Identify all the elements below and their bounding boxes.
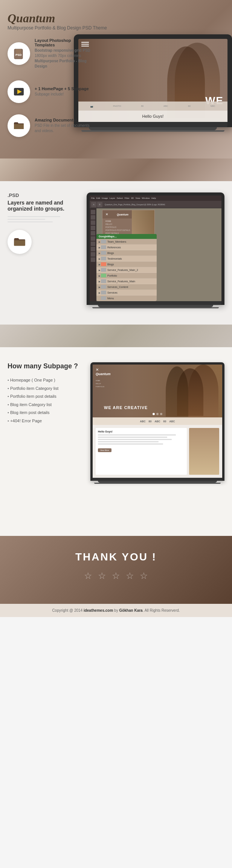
layer-name-3: Blogs xyxy=(107,252,114,254)
layer-services: ▶ Services xyxy=(96,290,157,295)
feature-item-3: Amazing Documents! PSD File in the set o… xyxy=(8,114,90,137)
mini-laptop-outer: ✕ Quantum HOME HELLO! PORTFOLIO xyxy=(90,362,224,481)
ps-layers-panel: GoogleMaps... ▶ Team_Members ▶ xyxy=(96,234,157,301)
mini-nav-hello: HELLO! xyxy=(96,383,104,385)
subpage-left: How many Subpage ? Homepage ( One Page )… xyxy=(8,362,83,484)
dot-2 xyxy=(156,413,159,415)
ps-menu-filter: Filter xyxy=(124,197,129,199)
mini-laptop-screen: ✕ Quantum HOME HELLO! PORTFOLIO xyxy=(93,365,222,478)
layer-testimonials: ▶ Testimonials xyxy=(96,256,157,262)
hello-guys-text: Hello Guys! xyxy=(142,114,164,119)
psd-icon-circle: PSD xyxy=(8,42,30,65)
laptop-base-2 xyxy=(90,301,221,305)
mini-content-right xyxy=(189,428,219,475)
layer-name-2: References xyxy=(107,246,121,249)
layer-service-main2: ▶ Service_Features_Main_2 xyxy=(96,267,157,273)
footer-text: Copyright @ 2014 ideathemes.com by Gökha… xyxy=(8,608,224,613)
laptop-screen-inner: WE Hello Guys! 📷 PHOTO 80 ABC 60 NBC xyxy=(78,39,227,122)
feature-item-1: PSD Layout Photoshop Templates Bootstrap… xyxy=(8,38,90,69)
layer-services-content: ▶ Services_Content xyxy=(96,284,157,290)
feature-desc-2: Subpage include! xyxy=(35,92,89,97)
star-2[interactable]: ☆ xyxy=(98,571,106,581)
photoshop-ui: File Edit Image Layer Select Filter 3D V… xyxy=(90,195,221,301)
laptop-mockup-1: WE Hello Guys! 📷 PHOTO 80 ABC 60 NBC xyxy=(74,34,232,132)
subpage-item-4: Blog item Category list xyxy=(8,401,83,409)
layer-thumb xyxy=(101,240,106,243)
subpage-item-2: Portfolio item Category list xyxy=(8,385,83,393)
mini-content-left: Hello Guys! View More xyxy=(96,428,187,475)
subpage-item-1: Homepage ( One Page ) xyxy=(8,376,83,385)
psd-section: .PSD Layers are named and organized into… xyxy=(0,181,232,325)
subpage-section: How many Subpage ? Homepage ( One Page )… xyxy=(0,347,232,536)
hero-section: Quantum Multipurpose Portfolio & Blog De… xyxy=(0,0,232,159)
ps-tool-select xyxy=(91,215,95,220)
dot-1 xyxy=(153,413,155,415)
feature-title-2: + 1 HomePage + 5 Subpage xyxy=(35,86,89,91)
subpage-item-6: +404! Error Page xyxy=(8,417,83,425)
feature-desc-3: PSD File in the set of documents and vid… xyxy=(35,123,90,134)
mini-view-btn[interactable]: View More xyxy=(98,448,111,452)
layer-thumb-3 xyxy=(101,251,106,255)
text-line-3 xyxy=(98,439,172,440)
mini-nav-portfolio: PORTFOLIO xyxy=(96,386,104,388)
ps-tool-pen xyxy=(91,257,95,262)
folder-circle-2 xyxy=(8,230,32,254)
layer-service-main: ▶ Service_Features_Main xyxy=(96,279,157,284)
psd-left: .PSD Layers are named and organized into… xyxy=(8,192,83,254)
mini-logo-area: Quantum xyxy=(96,372,111,376)
ps-menu-layer: Layer xyxy=(110,197,115,199)
mini-quantum-logo: Quantum xyxy=(96,372,111,376)
mini-laptop-foot xyxy=(94,483,221,484)
layer-team-members: ▶ Team_Members xyxy=(96,239,157,245)
layer-name-7: Portfolio xyxy=(107,274,117,277)
mini-screen-top: ✕ Quantum HOME HELLO! PORTFOLIO xyxy=(93,365,222,417)
ps-menu-edit: Edit xyxy=(96,197,100,199)
star-5[interactable]: ☆ xyxy=(140,571,148,581)
svg-text:PSD: PSD xyxy=(15,53,22,57)
logo-area: Quantum Multipurpose Portfolio & Blog De… xyxy=(8,11,224,31)
laptop-base-1 xyxy=(78,122,227,127)
psd-lines xyxy=(8,216,83,222)
geo-divider-2 xyxy=(0,325,232,347)
film-icon-circle xyxy=(8,80,30,103)
ps-menu-image: Image xyxy=(102,197,108,199)
ps-tool-brush xyxy=(91,231,95,235)
feature-title-3: Amazing Documents! xyxy=(35,118,90,122)
laptop-outer-1: WE Hello Guys! 📷 PHOTO 80 ABC 60 NBC xyxy=(74,34,232,127)
thankyou-section: THANK YOU ! ☆ ☆ ☆ ☆ ☆ xyxy=(0,536,232,604)
thankyou-title: THANK YOU ! xyxy=(8,551,224,563)
laptop-mockup-2: File Edit Image Layer Select Filter 3D V… xyxy=(87,192,224,308)
layer-blogs: ▶ Blogs xyxy=(96,250,157,256)
ps-tool-1: A xyxy=(91,202,96,207)
text-line-4 xyxy=(98,441,159,442)
brand-logo-60: 60 xyxy=(163,420,166,423)
ps-tool-shape xyxy=(91,247,95,251)
ps-canvas: ✕ Quantum PROFESSIONAL HOME HELLO! PORTF… xyxy=(96,208,221,301)
ps-tool-move xyxy=(91,210,95,214)
laptop-foot-2 xyxy=(92,307,219,308)
layer-thumb-2 xyxy=(101,245,106,249)
ps-tool-crop xyxy=(91,220,95,225)
laptop-stand-1 xyxy=(89,127,217,130)
ps-menu-help: Help xyxy=(151,197,156,199)
layer-name-10: Services xyxy=(107,291,118,294)
laptop-foot-1 xyxy=(81,130,224,132)
ps-toolbar: A B Quantum_One_Page_Portfolio_Blog_Grou… xyxy=(90,201,221,208)
psd-label: .PSD xyxy=(8,192,83,198)
ps-filename: Quantum_One_Page_Portfolio_Blog_Grouped … xyxy=(105,203,165,206)
geo-divider-1 xyxy=(0,159,232,181)
subpage-item-5: Blog item post details xyxy=(8,409,83,417)
text-line-2 xyxy=(98,437,167,438)
ps-menu-select: Select xyxy=(117,197,123,199)
star-3[interactable]: ☆ xyxy=(112,571,120,581)
star-1[interactable]: ☆ xyxy=(84,571,92,581)
subpage-item-3: Portfolio item post details xyxy=(8,392,83,401)
layer-portfolio: ▶ Portfolio xyxy=(96,273,157,279)
ps-tool-2: B xyxy=(97,202,102,207)
text-line-1 xyxy=(98,434,176,436)
layer-menu: Menu xyxy=(96,295,157,301)
star-4[interactable]: ☆ xyxy=(126,571,134,581)
hero-features: PSD Layout Photoshop Templates Bootstrap… xyxy=(8,38,90,144)
subpage-list: Homepage ( One Page ) Portfolio item Cat… xyxy=(8,376,83,425)
layer-name-4: Testimonials xyxy=(107,257,122,260)
